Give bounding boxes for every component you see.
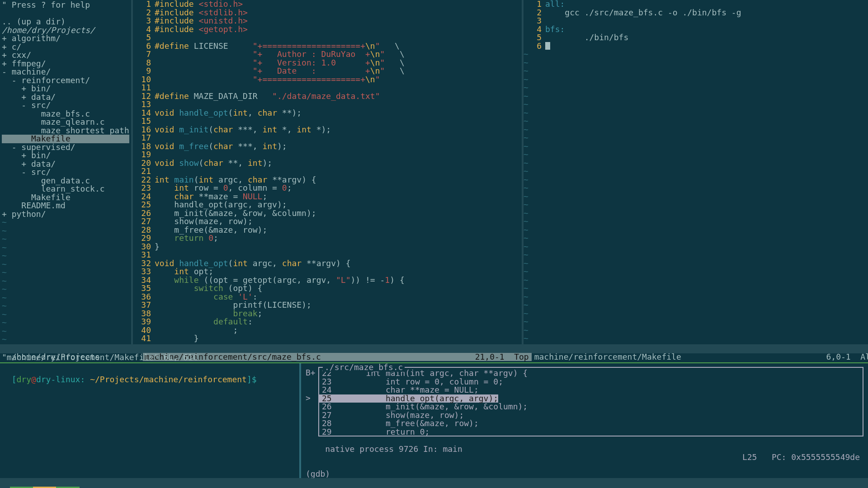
code-line[interactable]: 27 show(maze, row); [133,217,521,226]
gdb-status-left: native process 9726 In: main [325,444,462,454]
code-line[interactable]: 35 switch (opt) { [133,284,521,293]
code-line[interactable]: 12#define MAZE_DATA_DIR "./data/maze_dat… [133,92,521,101]
tmux-status-bar: S[0]W[0]P[0] W[0] vim [dry-linux]2019-09… [0,478,868,488]
code-line[interactable]: 18void m_free(char ***, int); [133,142,521,151]
tree-item[interactable]: + python/ [2,210,129,219]
code-line[interactable]: 3 [524,17,868,25]
code-pane-makefile[interactable]: 1all:2 gcc ./src/maze_bfs.c -o ./bin/bfs… [524,0,868,344]
code-line[interactable]: 2 gcc ./src/maze_bfs.c -o ./bin/bfs -g [524,9,868,17]
gdb-prompt[interactable]: (gdb) [304,470,868,479]
tmux-window[interactable]: W[0] [33,487,56,488]
tree-item[interactable]: - src/ [2,168,129,177]
tree-item[interactable]: Makefile [2,135,129,143]
code-line[interactable]: 5 ./bin/bfs [524,33,868,42]
status-bar: /home/dry/Projectsmachine/reinforcement/… [0,344,868,353]
tree-up-dir[interactable]: .. (up a dir) [2,18,129,26]
tree-item[interactable]: learn_stock.c [2,185,129,193]
code-line[interactable]: 1all: [524,0,868,9]
gdb-source-line: 26 m_init(&maze, &row, &column); [319,403,863,411]
code-line[interactable]: 41 } [133,334,521,343]
code-line[interactable]: 14void handle_opt(int, char **); [133,109,521,117]
gdb-status-right: L25 PC: 0x5555555549de [742,453,860,462]
gdb-source-line: 29 return 0; [319,428,863,436]
tree-item[interactable]: + bin/ [2,84,129,93]
code-line[interactable]: 39 default: [133,318,521,326]
code-line[interactable]: 37 printf(LICENSE); [133,301,521,310]
tree-help: " Press ? for help [2,1,129,9]
gdb-source-box: ./src/maze_bfs.c 22 int main(int argc, c… [318,367,863,436]
tree-item[interactable]: maze_qlearn.c [2,118,129,127]
code-pane-main[interactable]: 1#include <stdio.h>2#include <stdlib.h>3… [133,0,521,344]
tmux-pane[interactable]: P[0] [56,487,79,488]
tree-item[interactable]: - machine/ [2,68,129,76]
vim-message: "machine/reinforcement/Makefile" 6L, 61C [0,353,868,362]
code-line[interactable]: 4#include <getopt.h> [133,25,521,34]
code-line[interactable]: 20void show(char **, int); [133,159,521,168]
tree-item[interactable]: + bin/ [2,151,129,160]
code-line[interactable]: 30} [133,243,521,251]
gdb-pane[interactable]: B+ > ./src/maze_bfs.c 22 int main(int ar… [302,363,868,481]
tree-item[interactable]: - src/ [2,101,129,110]
code-line[interactable]: 16void m_init(char ***, int *, int *); [133,126,521,134]
gdb-source-line: 24 char **maze = NULL; [319,386,863,394]
tmux-session[interactable]: S[0] [10,487,33,488]
code-line[interactable]: 10 "+====================+\n" [133,75,521,84]
code-line[interactable]: 25 handle_opt(argc, argv); [133,201,521,209]
gdb-title: ./src/maze_bfs.c [323,363,405,372]
tree-item[interactable]: README.md [2,202,129,210]
gdb-source-line: 28 m_free(&maze, row); [319,419,863,428]
tree-item[interactable]: + algorithm/ [2,34,129,43]
file-tree-pane[interactable]: " Press ? for help .. (up a dir) /home/d… [0,0,131,344]
tmux-vsep [299,363,301,481]
tree-item[interactable]: + cxx/ [2,51,129,60]
code-line[interactable]: 29 return 0; [133,234,521,243]
code-line[interactable]: 6 [524,42,868,51]
terminal-pane[interactable]: [dry@dry-linux: ~/Projects/machine/reinf… [0,363,299,481]
